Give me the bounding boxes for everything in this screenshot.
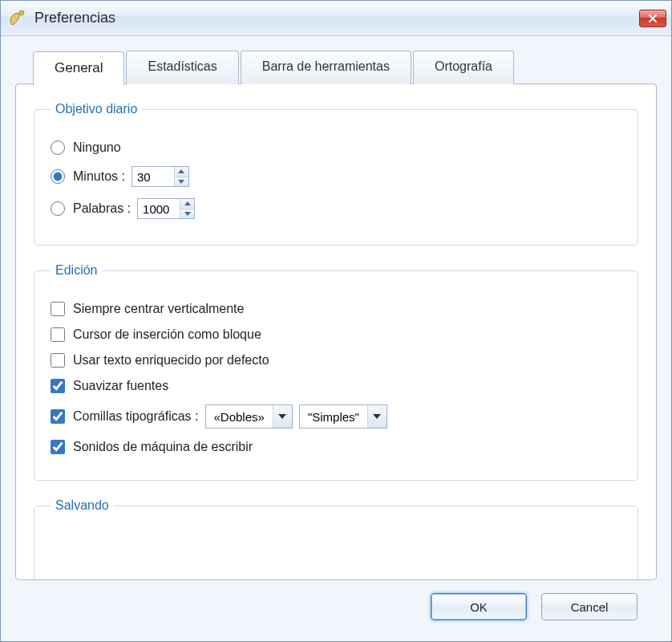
chevron-up-icon — [178, 169, 184, 173]
check-block-cursor-label: Cursor de inserción como bloque — [73, 327, 261, 342]
group-legend-daily-goal: Objetivo diario — [51, 102, 142, 116]
combo-single-quotes-value: "Simples" — [300, 405, 367, 428]
check-typewriter-label: Sonidos de máquina de escribir — [73, 440, 253, 454]
spinner-words — [137, 198, 195, 219]
spinner-words-input[interactable] — [138, 199, 180, 218]
combo-double-quotes-value: «Dobles» — [206, 405, 273, 428]
svg-point-0 — [19, 10, 24, 15]
tab-spelling[interactable]: Ortografía — [413, 51, 514, 84]
tab-statistics[interactable]: Estadísticas — [126, 51, 238, 84]
chevron-down-icon — [278, 414, 286, 419]
combo-single-quotes[interactable]: "Simples" — [299, 404, 387, 429]
check-quotes[interactable] — [51, 409, 65, 424]
preferences-window: Preferencias General Estadísticas Barra … — [0, 0, 672, 642]
close-button[interactable] — [639, 10, 666, 27]
group-legend-saving: Salvando — [51, 498, 114, 513]
dialog-button-bar: OK Cancel — [15, 580, 657, 633]
spinner-minutes-input[interactable] — [132, 167, 174, 186]
chevron-down-icon — [178, 180, 184, 184]
tab-toolbar[interactable]: Barra de herramientas — [241, 51, 411, 84]
radio-none[interactable] — [51, 140, 65, 155]
check-richtext-label: Usar texto enriquecido por defecto — [73, 353, 269, 368]
check-richtext[interactable] — [51, 353, 65, 368]
titlebar: Preferencias — [1, 1, 671, 36]
radio-minutes[interactable] — [51, 169, 65, 184]
client-area: General Estadísticas Barra de herramient… — [1, 36, 671, 641]
chevron-down-icon — [373, 414, 381, 419]
check-quotes-label: Comillas tipográficas : — [73, 409, 199, 424]
spinner-minutes — [132, 166, 189, 187]
group-daily-goal: Objetivo diario Ninguno Minutos : — [34, 102, 638, 246]
check-center[interactable] — [51, 302, 65, 316]
spinner-minutes-down[interactable] — [175, 177, 188, 187]
scrollarea[interactable]: Objetivo diario Ninguno Minutos : — [16, 84, 656, 579]
ok-button[interactable]: OK — [431, 593, 527, 620]
check-smooth-label: Suavizar fuentes — [73, 379, 168, 393]
radio-none-label: Ninguno — [73, 140, 121, 155]
group-saving: Salvando — [34, 498, 638, 579]
radio-minutes-label: Minutos : — [73, 169, 125, 184]
radio-words[interactable] — [51, 201, 65, 216]
chevron-down-icon — [184, 212, 191, 216]
close-icon — [648, 14, 658, 23]
spinner-words-up[interactable] — [180, 199, 194, 209]
chevron-up-icon — [184, 201, 191, 205]
group-editing: Edición Siempre centrar verticalmente Cu… — [34, 263, 638, 481]
spinner-minutes-up[interactable] — [175, 167, 188, 177]
combo-double-quotes[interactable]: «Dobles» — [205, 404, 293, 429]
tabstrip: General Estadísticas Barra de herramient… — [33, 51, 657, 84]
cancel-button[interactable]: Cancel — [541, 593, 638, 620]
radio-words-label: Palabras : — [73, 201, 131, 216]
spinner-words-down[interactable] — [180, 209, 194, 219]
check-center-label: Siempre centrar verticalmente — [73, 302, 244, 316]
app-icon — [6, 7, 28, 30]
check-smooth[interactable] — [51, 379, 65, 393]
tabpanel-general: Objetivo diario Ninguno Minutos : — [15, 83, 657, 580]
group-legend-editing: Edición — [51, 263, 102, 278]
check-block-cursor[interactable] — [51, 327, 65, 342]
combo-single-quotes-button[interactable] — [367, 405, 387, 428]
tab-general[interactable]: General — [33, 51, 124, 85]
combo-double-quotes-button[interactable] — [273, 405, 292, 428]
check-typewriter[interactable] — [51, 440, 65, 454]
window-title: Preferencias — [34, 10, 639, 26]
